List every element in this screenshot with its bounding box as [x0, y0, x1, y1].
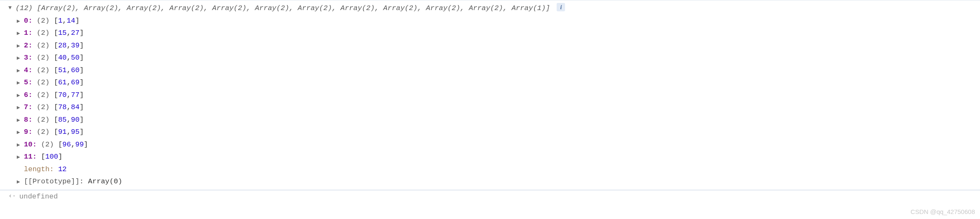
array-item-row[interactable]: ▶3: (2) [40, 50]	[17, 52, 980, 64]
close-bracket: ]	[80, 127, 84, 138]
close-bracket: ]	[80, 102, 84, 113]
close-bracket: ]	[80, 52, 84, 63]
array-item-row[interactable]: ▶11: [100]	[17, 151, 980, 163]
array-length-inline: (2)	[37, 28, 50, 39]
array-value: 78	[58, 102, 67, 113]
array-index: 4:	[24, 65, 32, 76]
open-bracket: [	[54, 102, 58, 113]
array-length-inline: (2)	[37, 40, 50, 51]
array-index: 8:	[24, 115, 32, 125]
comma: ,	[67, 90, 71, 101]
open-bracket: [	[41, 151, 45, 162]
array-summary-row[interactable]: ▼ (12) [Array(2), Array(2), Array(2), Ar…	[0, 2, 980, 15]
array-count: (12)	[16, 3, 33, 14]
open-bracket: [	[54, 40, 58, 51]
array-length-inline: (2)	[37, 65, 50, 76]
open-bracket: [	[54, 115, 58, 125]
array-value: 1	[58, 16, 62, 26]
close-bracket: ]	[80, 77, 84, 88]
caret-down-icon[interactable]: ▼	[8, 4, 14, 12]
comma: ,	[71, 139, 75, 150]
caret-right-icon[interactable]: ▶	[17, 178, 23, 186]
undefined-row: ‹· undefined	[0, 190, 980, 203]
array-item-row[interactable]: ▶2: (2) [28, 39]	[17, 39, 980, 52]
array-item-row[interactable]: ▶5: (2) [61, 69]	[17, 76, 980, 89]
caret-right-icon[interactable]: ▶	[17, 79, 23, 87]
array-item-row[interactable]: ▶10: (2) [96, 99]	[17, 138, 980, 151]
caret-right-icon[interactable]: ▶	[17, 67, 23, 75]
array-value: 50	[71, 52, 79, 63]
array-index: 3:	[24, 52, 32, 63]
close-bracket: ]	[75, 16, 79, 26]
array-value: 14	[67, 16, 75, 26]
array-value: 69	[71, 77, 79, 88]
open-bracket: [	[58, 139, 62, 150]
caret-right-icon[interactable]: ▶	[17, 17, 23, 26]
caret-right-icon[interactable]: ▶	[17, 42, 23, 50]
close-bracket: ]	[80, 115, 84, 125]
comma: ,	[67, 127, 71, 138]
caret-right-icon[interactable]: ▶	[17, 153, 23, 162]
array-item-row[interactable]: ▶6: (2) [70, 77]	[17, 89, 980, 102]
caret-right-icon[interactable]: ▶	[17, 128, 23, 137]
array-value: 100	[45, 151, 58, 162]
prototype-value: Array(0)	[88, 176, 122, 187]
close-bracket: ]	[80, 90, 84, 101]
array-index: 11:	[24, 151, 37, 162]
array-index: 9:	[24, 127, 32, 138]
array-index: 5:	[24, 77, 32, 88]
array-item-row[interactable]: ▶8: (2) [85, 90]	[17, 114, 980, 126]
prototype-key: [[Prototype]]:	[24, 176, 84, 187]
array-item-row[interactable]: ▶7: (2) [78, 84]	[17, 101, 980, 114]
array-value: 77	[71, 90, 79, 101]
array-value: 96	[62, 139, 71, 150]
caret-right-icon[interactable]: ▶	[17, 54, 23, 63]
array-value: 91	[58, 127, 67, 138]
open-bracket: [	[54, 127, 58, 138]
console-output: ▼ (12) [Array(2), Array(2), Array(2), Ar…	[0, 0, 980, 190]
array-value: 90	[71, 115, 79, 125]
array-length-inline: (2)	[37, 115, 50, 125]
close-bracket: ]	[84, 139, 88, 150]
array-length-inline: (2)	[37, 127, 50, 138]
array-index: 1:	[24, 28, 32, 39]
open-bracket: [	[54, 52, 58, 63]
array-item-row[interactable]: ▶0: (2) [1, 14]	[17, 15, 980, 27]
length-value: 12	[58, 164, 67, 175]
undefined-text: undefined	[19, 191, 58, 202]
array-index: 7:	[24, 102, 32, 113]
array-value: 61	[58, 77, 67, 88]
open-bracket: [	[54, 65, 58, 76]
prototype-row[interactable]: ▶[[Prototype]]: Array(0)	[17, 175, 980, 188]
comma: ,	[67, 102, 71, 113]
array-item-row[interactable]: ▶4: (2) [51, 60]	[17, 64, 980, 77]
caret-right-icon[interactable]: ▶	[17, 29, 23, 38]
info-icon[interactable]: i	[557, 3, 565, 11]
array-item-row[interactable]: ▶9: (2) [91, 95]	[17, 126, 980, 138]
open-bracket: [	[54, 28, 58, 39]
caret-right-icon[interactable]: ▶	[17, 91, 23, 100]
array-value: 70	[58, 90, 67, 101]
comma: ,	[67, 28, 71, 39]
array-value: 84	[71, 102, 79, 113]
array-value: 95	[71, 127, 79, 138]
array-value: 40	[58, 52, 67, 63]
close-bracket: ]	[80, 28, 84, 39]
caret-right-icon[interactable]: ▶	[17, 116, 23, 125]
array-children: ▶0: (2) [1, 14]▶1: (2) [15, 27]▶2: (2) […	[0, 15, 980, 188]
array-value: 28	[58, 40, 67, 51]
array-length-inline: (2)	[37, 77, 50, 88]
array-item-row[interactable]: ▶1: (2) [15, 27]	[17, 27, 980, 39]
comma: ,	[67, 65, 71, 76]
array-length-inline: (2)	[37, 102, 50, 113]
length-key: length:	[24, 164, 54, 175]
caret-right-icon[interactable]: ▶	[17, 104, 23, 112]
caret-right-icon[interactable]: ▶	[17, 141, 23, 149]
array-value: 99	[75, 139, 83, 150]
array-index: 2:	[24, 40, 32, 51]
close-bracket: ]	[58, 151, 62, 162]
array-value: 39	[71, 40, 79, 51]
array-value: 27	[71, 28, 79, 39]
array-value: 85	[58, 115, 67, 125]
comma: ,	[67, 77, 71, 88]
